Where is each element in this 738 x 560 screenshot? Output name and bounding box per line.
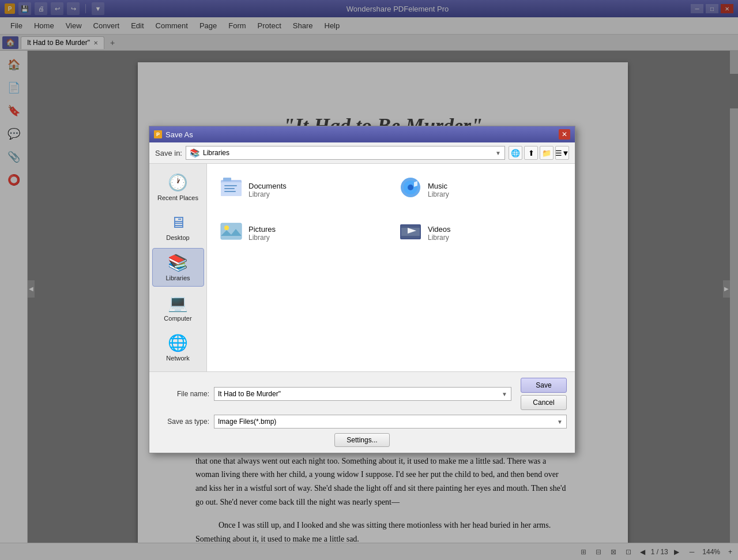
navigate-up-button[interactable]: ⬆ [524, 146, 538, 160]
settings-row: Settings... [157, 433, 567, 447]
nav-network-label: Network [166, 355, 189, 362]
save-in-label: Save in: [155, 149, 182, 157]
nav-libraries[interactable]: 📚 Libraries [152, 248, 204, 287]
filename-row: File name: It Had to Be Murder" ▼ Save C… [157, 378, 567, 410]
nav-computer[interactable]: 💻 Computer [152, 289, 204, 326]
pictures-folder-icon [220, 220, 243, 247]
network-icon: 🌐 [168, 333, 188, 352]
save-as-dialog: P Save As ✕ Save in: 📚 Libraries ▼ 🌐 ⬆ 📁… [149, 126, 575, 453]
svg-point-10 [224, 225, 229, 230]
dialog-titlebar: P Save As ✕ [149, 126, 575, 142]
settings-button[interactable]: Settings... [334, 433, 389, 447]
nav-recent-label: Recent Places [157, 194, 198, 201]
music-info: Music Library [428, 182, 449, 198]
pictures-type: Library [248, 234, 276, 242]
nav-network[interactable]: 🌐 Network [152, 329, 204, 366]
videos-type: Library [428, 234, 451, 242]
file-item-music[interactable]: Music Library [396, 173, 566, 207]
svg-rect-9 [221, 223, 242, 239]
svg-rect-4 [224, 188, 235, 189]
file-item-pictures[interactable]: Pictures Library [216, 216, 386, 250]
savetype-value: Image Files(*.bmp) [218, 418, 555, 426]
dialog-app-icon: P [154, 130, 162, 138]
music-folder-icon [399, 176, 422, 204]
svg-rect-16 [401, 236, 420, 238]
pictures-name: Pictures [248, 225, 276, 234]
dialog-nav: 🕐 Recent Places 🖥 Desktop 📚 Libraries 💻 … [149, 164, 207, 371]
documents-folder-icon [220, 176, 243, 204]
filename-input[interactable]: It Had to Be Murder" ▼ [214, 387, 511, 401]
create-folder-button[interactable]: 📁 [540, 146, 554, 160]
location-dropdown-icon: ▼ [495, 150, 501, 156]
nav-recent-places[interactable]: 🕐 Recent Places [152, 168, 204, 206]
videos-name: Videos [428, 225, 451, 234]
nav-libraries-label: Libraries [165, 275, 190, 281]
documents-info: Documents Library [248, 182, 287, 198]
dialog-body: 🕐 Recent Places 🖥 Desktop 📚 Libraries 💻 … [149, 164, 575, 371]
savetype-dropdown-icon: ▼ [557, 419, 563, 425]
file-item-documents[interactable]: Documents Library [216, 173, 386, 207]
dialog-file-list: Documents Library Music Library [207, 164, 575, 371]
dialog-title-left: P Save As [154, 130, 193, 139]
dialog-toolbar-icons: 🌐 ⬆ 📁 ☰▼ [509, 146, 569, 160]
savetype-label: Save as type: [157, 418, 209, 426]
videos-info: Videos Library [428, 225, 451, 242]
recent-places-icon: 🕐 [168, 173, 188, 192]
computer-icon: 💻 [168, 294, 188, 313]
svg-rect-5 [224, 191, 236, 192]
music-type: Library [428, 190, 449, 198]
savetype-combo[interactable]: Image Files(*.bmp) ▼ [214, 415, 567, 429]
libraries-icon: 📚 [168, 253, 188, 272]
music-name: Music [428, 182, 449, 190]
location-combo[interactable]: 📚 Libraries ▼ [186, 146, 505, 160]
go-online-button[interactable]: 🌐 [509, 146, 522, 160]
desktop-icon: 🖥 [170, 213, 186, 232]
footer-buttons: Save Cancel [521, 378, 567, 410]
location-text: Libraries [203, 149, 495, 157]
dialog-close-button[interactable]: ✕ [559, 129, 570, 140]
nav-computer-label: Computer [164, 315, 191, 322]
filename-value: It Had to Be Murder" [218, 390, 499, 398]
dialog-toolbar: Save in: 📚 Libraries ▼ 🌐 ⬆ 📁 ☰▼ [149, 142, 575, 164]
svg-point-8 [408, 185, 413, 190]
nav-desktop[interactable]: 🖥 Desktop [152, 208, 204, 246]
documents-type: Library [248, 190, 287, 198]
cancel-button[interactable]: Cancel [521, 395, 567, 410]
view-options-button[interactable]: ☰▼ [555, 146, 569, 160]
file-item-videos[interactable]: Videos Library [396, 216, 566, 250]
svg-rect-15 [401, 225, 420, 228]
location-folder-icon: 📚 [190, 148, 199, 157]
documents-name: Documents [248, 182, 287, 190]
dialog-title: Save As [165, 130, 193, 139]
svg-rect-2 [223, 178, 231, 181]
nav-desktop-label: Desktop [166, 234, 189, 241]
svg-rect-3 [224, 185, 237, 186]
save-button[interactable]: Save [521, 378, 567, 393]
filename-dropdown-icon: ▼ [502, 391, 507, 397]
savetype-row: Save as type: Image Files(*.bmp) ▼ [157, 415, 567, 429]
pictures-info: Pictures Library [248, 225, 276, 242]
dialog-footer: File name: It Had to Be Murder" ▼ Save C… [149, 371, 575, 453]
videos-folder-icon [399, 220, 422, 247]
filename-label: File name: [157, 390, 209, 398]
